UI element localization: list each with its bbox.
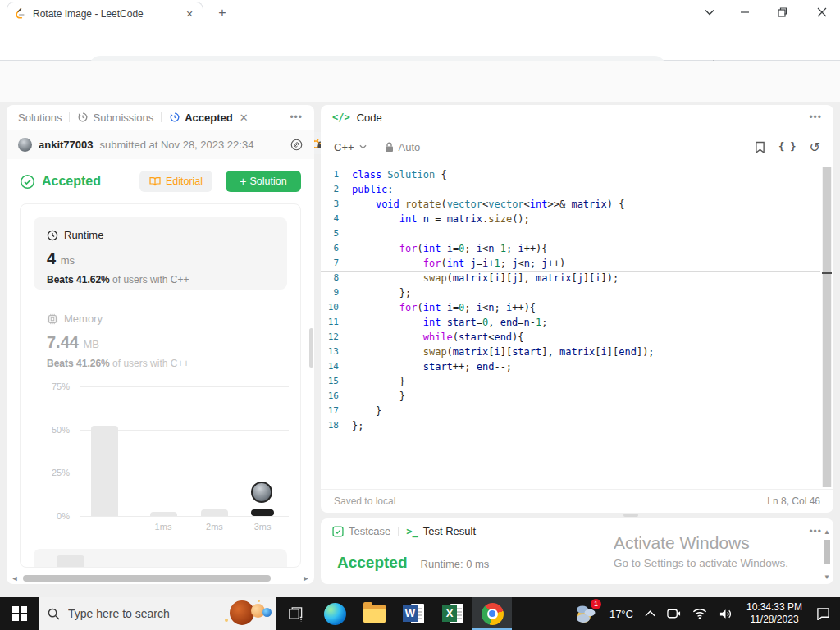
windows-taskbar: W X 1 17°C xyxy=(0,597,840,630)
scroll-down-icon: ▼ xyxy=(823,573,831,581)
code-line: 11 int start=0, end=n-1; xyxy=(321,315,820,330)
scroll-right-icon[interactable]: ► xyxy=(301,574,311,582)
tab-accepted[interactable]: Accepted ✕ xyxy=(169,112,248,124)
code-line-text: for(int i=0; i<n; i++){ xyxy=(352,300,536,315)
code-editor[interactable]: 1class Solution {2public:3 void rotate(v… xyxy=(321,167,820,488)
temperature-label[interactable]: 17°C xyxy=(604,597,639,630)
task-view-button[interactable] xyxy=(276,597,315,630)
clock-icon xyxy=(47,230,58,241)
code-line: 14 start++; end--; xyxy=(321,359,820,374)
wifi-icon[interactable] xyxy=(687,597,713,630)
code-line-text: } xyxy=(352,374,405,389)
tray-expand-chevron-icon[interactable] xyxy=(639,597,661,630)
cursor-position[interactable]: Ln 8, Col 46 xyxy=(767,495,820,507)
window-close-button[interactable] xyxy=(806,0,838,25)
test-panel: Testcase >_ Test Result ••• Accepted Run… xyxy=(321,518,833,584)
memory-stat[interactable]: Memory 7.44 MB Beats 41.26% of users wit… xyxy=(34,301,287,373)
scroll-up-icon: ▲ xyxy=(823,528,831,536)
runtime-stat[interactable]: Runtime 4 ms Beats 41.62% of users with … xyxy=(34,217,287,290)
meet-now-icon[interactable] xyxy=(661,597,687,630)
test-more-icon[interactable]: ••• xyxy=(809,526,822,537)
search-input[interactable] xyxy=(68,607,208,620)
left-panel-horizontal-scrollbar[interactable]: ◄ ► xyxy=(10,573,311,583)
taskbar-app-edge[interactable] xyxy=(315,597,354,630)
y-axis-label: 50% xyxy=(27,425,70,435)
bookmark-icon[interactable] xyxy=(755,141,765,153)
chevron-down-icon xyxy=(359,144,367,149)
code-line-text: for(int j=i+1; j<n; j++) xyxy=(352,256,565,271)
panel-more-icon[interactable]: ••• xyxy=(290,112,303,123)
runtime-distribution-chart[interactable]: 75%50%25%0%1ms2ms3ms xyxy=(21,380,300,536)
volume-icon[interactable] xyxy=(713,597,738,630)
tab-test-result[interactable]: >_ Test Result xyxy=(406,525,476,537)
your-submission-marker xyxy=(251,482,272,503)
code-more-icon[interactable]: ••• xyxy=(809,112,822,123)
code-line: 18}; xyxy=(321,418,820,433)
tab-testcase[interactable]: Testcase xyxy=(332,525,390,537)
editor-scrollbar[interactable] xyxy=(822,167,832,487)
code-line: 3 void rotate(vector<vector<int>>& matri… xyxy=(321,197,820,212)
panel-resize-handle[interactable] xyxy=(623,514,638,517)
chart-bar[interactable] xyxy=(251,509,274,516)
test-panel-header: Testcase >_ Test Result ••• xyxy=(321,518,833,544)
editorial-button[interactable]: Editorial xyxy=(139,171,212,192)
window-minimize-button[interactable] xyxy=(728,0,761,25)
language-select[interactable]: C++ xyxy=(334,141,354,153)
add-solution-button[interactable]: + Solution xyxy=(226,171,301,192)
code-line-text: int start=0, end=n-1; xyxy=(352,315,548,330)
taskbar-search-box[interactable] xyxy=(39,597,276,630)
code-line-text: } xyxy=(352,389,405,404)
code-line: 13 swap(matrix[i][start], matrix[i][end]… xyxy=(321,345,820,359)
hscroll-thumb[interactable] xyxy=(23,575,271,582)
tab-title: Rotate Image - LeetCode xyxy=(33,8,176,20)
submitter-username[interactable]: ankit77003 xyxy=(39,139,94,151)
scroll-left-icon[interactable]: ◄ xyxy=(10,574,20,582)
taskbar-app-word[interactable]: W xyxy=(394,597,433,630)
word-icon: W xyxy=(403,603,424,624)
tab-close-icon[interactable]: ✕ xyxy=(183,7,196,21)
code-panel-header: </> Code ••• xyxy=(321,105,833,130)
stats-card: Runtime 4 ms Beats 41.62% of users with … xyxy=(20,203,301,568)
auto-mode-label[interactable]: Auto xyxy=(399,141,421,153)
history-icon xyxy=(77,112,89,123)
action-center-icon[interactable] xyxy=(810,597,840,630)
chart-bar[interactable] xyxy=(201,509,228,516)
tab-solutions[interactable]: Solutions xyxy=(18,112,62,124)
taskbar-app-chrome[interactable] xyxy=(472,597,512,630)
plus-icon: + xyxy=(240,175,246,188)
code-line-text: class Solution { xyxy=(352,167,447,182)
history-icon-blue xyxy=(169,112,180,123)
taskbar-app-excel[interactable]: X xyxy=(433,597,472,630)
test-result-row: Accepted Runtime: 0 ms xyxy=(321,544,833,582)
browser-titlebar: Rotate Image - LeetCode ✕ + xyxy=(0,0,840,25)
code-panel: </> Code ••• C++ Auto { } ↺ 1class Solut… xyxy=(321,105,833,513)
tab-close-icon[interactable]: ✕ xyxy=(240,112,249,124)
code-line: 6 for(int i=0; i<n-1; i++){ xyxy=(321,241,820,256)
code-icon: </> xyxy=(332,112,350,123)
tab-search-chevron-icon[interactable] xyxy=(693,0,726,25)
search-icon xyxy=(48,608,60,620)
left-panel-vertical-scrollbar[interactable] xyxy=(309,328,313,368)
code-line-text: public: xyxy=(352,182,394,197)
format-braces-icon[interactable]: { } xyxy=(778,141,797,153)
clock-date: 11/28/2023 xyxy=(750,614,798,626)
weather-widget[interactable]: 1 xyxy=(568,597,604,630)
window-restore-button[interactable] xyxy=(766,0,799,25)
submitter-avatar xyxy=(18,138,32,152)
taskbar-app-explorer[interactable] xyxy=(354,597,394,630)
clock-time: 10:34:33 PM xyxy=(746,601,802,614)
tab-submissions[interactable]: Submissions xyxy=(77,112,153,124)
reset-code-icon[interactable]: ↺ xyxy=(810,139,820,155)
chrome-icon xyxy=(482,603,504,625)
chart-bar[interactable] xyxy=(91,426,118,516)
start-button[interactable] xyxy=(0,597,39,630)
chart-bar[interactable] xyxy=(150,512,177,516)
copy-link-icon[interactable] xyxy=(290,139,303,151)
system-tray: 1 17°C 10:34:33 PM 11/28/2023 xyxy=(568,597,840,630)
code-line-text: start++; end--; xyxy=(352,359,512,374)
code-line-text: swap(matrix[i][j], matrix[j][i]); xyxy=(352,272,619,285)
browser-tab[interactable]: Rotate Image - LeetCode ✕ xyxy=(7,2,203,25)
test-panel-scrollbar[interactable]: ▲ ▼ xyxy=(823,528,831,581)
taskbar-clock[interactable]: 10:34:33 PM 11/28/2023 xyxy=(738,597,810,630)
new-tab-button[interactable]: + xyxy=(215,6,230,21)
